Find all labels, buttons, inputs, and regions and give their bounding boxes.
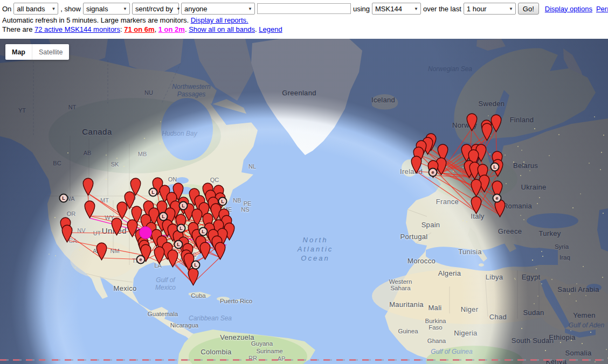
sender-marker[interactable]: L xyxy=(218,197,227,206)
over-label: over the last xyxy=(423,5,461,13)
monitor-2m-marker[interactable] xyxy=(139,226,152,239)
on-label: On xyxy=(2,5,11,13)
sender-marker[interactable]: L xyxy=(490,163,500,172)
monitor-marker[interactable] xyxy=(61,225,73,245)
map-type-control: Map Satellite xyxy=(5,44,69,60)
monitor-marker[interactable] xyxy=(466,113,478,134)
there-are-text: There are xyxy=(2,25,34,33)
chevron-down-icon: ▼ xyxy=(414,6,418,11)
go-button[interactable]: Go! xyxy=(518,3,539,15)
band-select-value: all bands xyxy=(17,5,45,13)
monitor-marker[interactable] xyxy=(215,242,226,262)
monitor-marker[interactable] xyxy=(84,200,95,221)
timespan-select[interactable]: 1 hour▼ xyxy=(464,3,516,15)
monitors-2m-link[interactable]: 1 on 2m xyxy=(158,25,185,33)
sender-marker[interactable]: L xyxy=(174,240,183,249)
monitor-marker[interactable] xyxy=(199,242,211,262)
signals-select[interactable]: signals▼ xyxy=(83,3,130,15)
monitor-marker[interactable] xyxy=(411,156,422,176)
sender-marker[interactable]: L xyxy=(159,212,168,221)
chevron-down-icon: ▼ xyxy=(123,6,127,11)
sender-marker[interactable]: e xyxy=(429,168,438,177)
chevron-down-icon: ▼ xyxy=(176,6,181,11)
show-label: , show xyxy=(60,5,81,13)
sender-marker[interactable]: L xyxy=(179,201,188,211)
monitor-marker[interactable] xyxy=(82,178,94,198)
monitor-marker[interactable] xyxy=(96,242,107,263)
comma-text: , xyxy=(155,25,158,33)
monitor-markers-layer: LLLLLLLeLLeeL xyxy=(0,39,608,364)
monitors-6m-link[interactable]: 71 on 6m xyxy=(124,25,154,33)
sentrcvd-select-value: sent/rcvd by xyxy=(135,5,173,13)
chevron-down-icon: ▼ xyxy=(51,6,56,11)
chevron-down-icon: ▼ xyxy=(509,6,513,11)
monitor-marker[interactable] xyxy=(481,123,493,143)
satellite-view-button[interactable]: Satellite xyxy=(32,44,69,60)
mode-select-value: MSK144 xyxy=(375,5,402,13)
sender-marker[interactable]: L xyxy=(199,227,208,236)
band-select[interactable]: all bands▼ xyxy=(13,3,58,15)
map-view-button[interactable]: Map xyxy=(5,44,32,60)
monitor-marker[interactable] xyxy=(471,196,482,216)
header-links: Display options Permalink xyxy=(541,5,608,13)
monitor-marker[interactable] xyxy=(188,268,199,288)
legend-link[interactable]: Legend xyxy=(259,25,282,33)
mode-select[interactable]: MSK144▼ xyxy=(372,3,421,15)
sender-marker[interactable]: e xyxy=(493,194,502,203)
refresh-status-row: Automatic refresh in 5 minutes. Large ma… xyxy=(0,16,608,25)
toolbar: On all bands▼ , show signals▼ sent/rcvd … xyxy=(0,0,608,39)
monitor-marker[interactable] xyxy=(154,246,165,267)
monitor-marker[interactable] xyxy=(167,249,178,270)
sentrcvd-select[interactable]: sent/rcvd by▼ xyxy=(132,3,179,15)
show-all-bands-link[interactable]: Show all on all bands xyxy=(189,25,255,33)
who-select[interactable]: anyone▼ xyxy=(181,3,255,15)
world-map[interactable]: CanadaUnited StatesMexicoGreenlandIcelan… xyxy=(0,39,608,364)
permalink-link[interactable]: Permalink xyxy=(596,5,608,13)
sender-marker[interactable]: L xyxy=(59,194,68,203)
callsign-input[interactable] xyxy=(257,3,351,14)
refresh-text: Automatic refresh in 5 minutes. Large ma… xyxy=(2,16,189,24)
sender-marker[interactable]: e xyxy=(136,255,146,264)
query-row: On all bands▼ , show signals▼ sent/rcvd … xyxy=(0,0,608,16)
sender-marker[interactable]: L xyxy=(191,261,201,270)
sender-marker[interactable]: L xyxy=(149,188,158,197)
timespan-select-value: 1 hour xyxy=(467,5,487,13)
chevron-down-icon: ▼ xyxy=(248,6,252,11)
active-monitors-link[interactable]: 72 active MSK144 monitors xyxy=(34,25,120,33)
display-options-link[interactable]: Display options xyxy=(545,5,592,13)
using-label: using xyxy=(353,5,370,13)
display-all-reports-link[interactable]: Display all reports. xyxy=(191,16,248,24)
signals-select-value: signals xyxy=(86,5,108,13)
who-select-value: anyone xyxy=(184,5,208,13)
sender-marker[interactable]: L xyxy=(177,224,186,233)
monitor-marker[interactable] xyxy=(111,218,122,238)
monitors-status-row: There are 72 active MSK144 monitors: 71 … xyxy=(0,25,608,34)
